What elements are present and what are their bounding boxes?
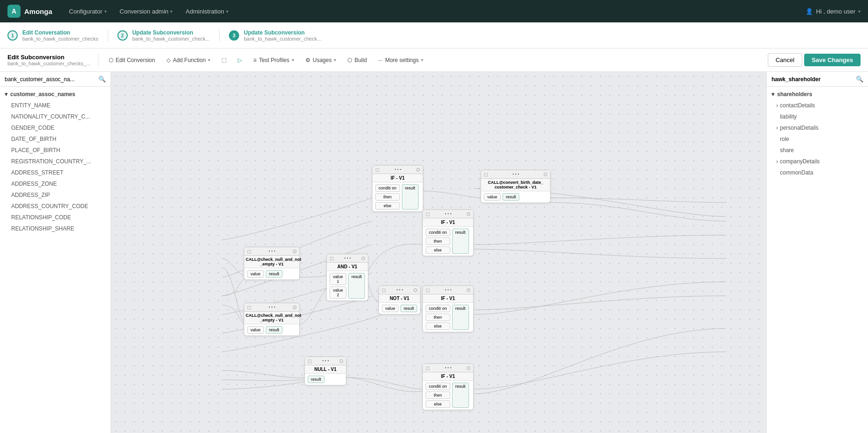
port-value1[interactable]: value 1 — [330, 273, 346, 285]
node-ports: conditi on then else result — [426, 305, 470, 330]
port-value[interactable]: value — [484, 193, 501, 201]
chevron-down-icon: ▾ — [772, 91, 774, 98]
node-header: ⬚ · · · ⬡ — [423, 286, 473, 294]
logo[interactable]: A Amonga — [7, 5, 52, 18]
port-result[interactable]: result — [308, 376, 324, 383]
port-result[interactable]: result — [452, 305, 469, 330]
tree-item-place-birth[interactable]: PLACE_OF_BIRTH — [0, 145, 110, 156]
node-if-v1-top[interactable]: ⬚ · · · ⬡ IF - V1 conditi on then else r… — [372, 165, 423, 212]
play-icon: ▷ — [238, 57, 242, 63]
step-2: 2 — [117, 30, 128, 41]
node-null-v1[interactable]: ⬚ · · · ⬡ NULL - V1 result — [304, 356, 346, 385]
action-button-3[interactable]: ⬚ — [217, 55, 231, 66]
right-item-liability[interactable]: liability — [767, 111, 868, 122]
tree-item-gender[interactable]: GENDER_CODE — [0, 122, 110, 133]
tree-item-nationality[interactable]: NATIONALITY_COUNTRY_C... — [0, 111, 110, 122]
node-call-null1[interactable]: ⬚ · · · ⬡ CALL@check_null_and_not_empty … — [244, 247, 300, 280]
port-then[interactable]: then — [426, 391, 450, 399]
tree-item-addr-zip[interactable]: ADDRESS_ZIP — [0, 189, 110, 201]
node-not-v1[interactable]: ⬚ · · · ⬡ NOT - V1 value result — [379, 286, 420, 314]
expand-icon: ⬡ — [361, 256, 365, 261]
port-then[interactable]: then — [375, 193, 400, 201]
node-ports: value result — [247, 270, 296, 278]
test-profiles-button[interactable]: ≡ Test Profiles ▾ — [248, 55, 298, 66]
tree-item-addr-street[interactable]: ADDRESS_STREET — [0, 167, 110, 178]
port-condition[interactable]: conditi on — [426, 229, 450, 236]
breadcrumb-1[interactable]: 1 Edit Conversation bank_to_hawk_custome… — [7, 29, 108, 42]
port-else[interactable]: else — [375, 202, 400, 210]
search-icon[interactable]: 🔍 — [856, 76, 863, 83]
right-search-input[interactable] — [772, 76, 853, 83]
port-result[interactable]: result — [266, 270, 282, 278]
tree-item-reg-country[interactable]: REGISTRATION_COUNTRY_... — [0, 156, 110, 167]
add-function-button[interactable]: ◇ Add Function ▾ — [162, 55, 215, 66]
nav-administration[interactable]: Administration ▾ — [180, 5, 234, 18]
right-item-personal[interactable]: › personalDetails — [767, 122, 868, 133]
node-and-v1[interactable]: ⬚ · · · ⬡ AND - V1 value 1 value 2 resul… — [326, 254, 368, 301]
tree-item-rel-share[interactable]: RELATIONSHIP_SHARE — [0, 223, 110, 234]
port-value[interactable]: value — [382, 305, 399, 312]
node-body: value result — [481, 191, 550, 203]
breadcrumb-3[interactable]: 3 Update Subconversion bank_to_hawk_cust… — [219, 29, 331, 42]
usages-button[interactable]: ⚙ Usages ▾ — [301, 55, 341, 66]
port-result[interactable]: result — [348, 273, 365, 299]
port-else[interactable]: else — [426, 400, 450, 408]
chevron-right-icon: › — [776, 158, 778, 165]
left-search-input[interactable] — [5, 76, 96, 83]
right-item-share[interactable]: share — [767, 145, 868, 156]
tree-item-dob[interactable]: DATE_OF_BIRTH — [0, 133, 110, 145]
search-icon[interactable]: 🔍 — [98, 76, 106, 83]
node-call-birth[interactable]: ⬚ · · · ⬡ CALL@convert_birth_date_custom… — [481, 170, 551, 203]
port-result[interactable]: result — [402, 184, 419, 210]
user-menu[interactable]: 👤 Hi , demo user ▾ — [806, 8, 861, 15]
port-then[interactable]: then — [426, 237, 450, 245]
tree-item-addr-country[interactable]: ADDRESS_COUNTRY_CODE — [0, 201, 110, 212]
node-if-v1-mid[interactable]: ⬚ · · · ⬡ IF - V1 conditi on then else r… — [422, 210, 474, 256]
node-call-null2[interactable]: ⬚ · · · ⬡ CALL@check_null_and_not_empty … — [244, 303, 300, 336]
left-panel-search: 🔍 — [0, 72, 110, 87]
tree-item-rel-code[interactable]: RELATIONSHIP_CODE — [0, 212, 110, 223]
save-button[interactable]: Save Changes — [804, 54, 861, 66]
breadcrumb-2[interactable]: 2 Update Subconversion bank_to_hawk_cust… — [108, 29, 219, 42]
port-condition[interactable]: conditi on — [375, 184, 400, 192]
usages-icon: ⚙ — [305, 57, 310, 63]
port-else[interactable]: else — [426, 246, 450, 254]
test-profiles-icon: ≡ — [253, 57, 256, 63]
build-button[interactable]: ⬡ Build — [343, 55, 372, 66]
copy-icon: ⬚ — [308, 359, 312, 363]
node-body: value result — [379, 303, 420, 314]
tree-group-customer-assoc[interactable]: ▾ customer_assoc_names — [0, 89, 110, 100]
right-item-role[interactable]: role — [767, 133, 868, 145]
port-condition[interactable]: conditi on — [426, 383, 450, 390]
node-if-v1-bot[interactable]: ⬚ · · · ⬡ IF - V1 conditi on then else r… — [422, 286, 474, 332]
canvas-area[interactable]: ⬚ · · · ⬡ IF - V1 conditi on then else r… — [111, 72, 766, 433]
port-value2[interactable]: value 2 — [330, 286, 346, 299]
cancel-button[interactable]: Cancel — [768, 53, 802, 67]
port-result[interactable]: result — [266, 326, 282, 334]
right-item-contact[interactable]: › contactDetails — [767, 100, 868, 111]
node-if-v1-low[interactable]: ⬚ · · · ⬡ IF - V1 conditi on then else r… — [422, 363, 474, 410]
more-settings-button[interactable]: ··· More settings ▾ — [373, 55, 428, 66]
port-value[interactable]: value — [247, 270, 264, 278]
play-button[interactable]: ▷ — [233, 55, 247, 66]
port-result[interactable]: result — [503, 193, 519, 201]
port-value[interactable]: value — [247, 326, 264, 334]
copy-icon: ⬚ — [247, 249, 251, 254]
port-result[interactable]: result — [400, 305, 417, 312]
port-then[interactable]: then — [426, 314, 450, 321]
right-panel: 🔍 ▾ shareholders › contactDetails liabil… — [766, 72, 868, 433]
right-item-common[interactable]: commonData — [767, 167, 868, 178]
chevron-down-icon: ▾ — [170, 9, 172, 14]
port-condition[interactable]: conditi on — [426, 305, 450, 312]
edit-conversion-button[interactable]: ⬡ Edit Conversion — [104, 55, 160, 66]
node-title: AND - V1 — [327, 263, 368, 271]
right-group-shareholders[interactable]: ▾ shareholders — [767, 89, 868, 100]
port-result[interactable]: result — [452, 229, 469, 254]
port-result[interactable]: result — [452, 383, 469, 408]
nav-conversion-admin[interactable]: Conversion admin ▾ — [114, 5, 179, 18]
tree-item-addr-zone[interactable]: ADDRESS_ZONE — [0, 178, 110, 189]
tree-item-entity-name[interactable]: ENTITY_NAME — [0, 100, 110, 111]
nav-configurator[interactable]: Configurator ▾ — [63, 5, 112, 18]
port-else[interactable]: else — [426, 322, 450, 330]
right-item-company[interactable]: › companyDetails — [767, 156, 868, 167]
